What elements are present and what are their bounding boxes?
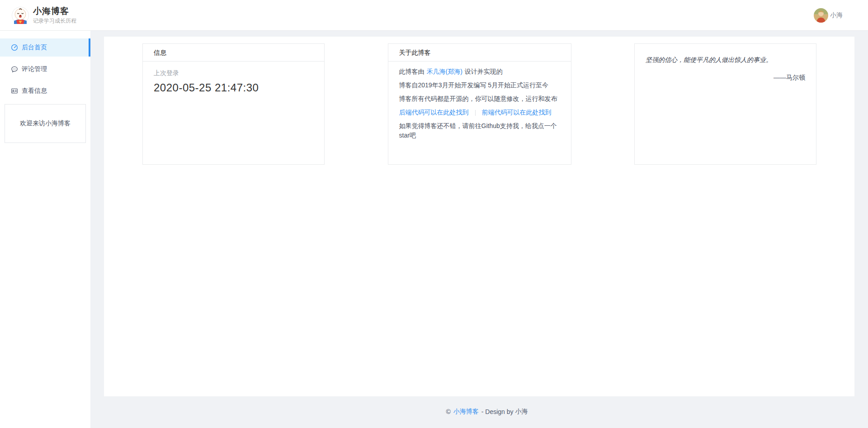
info-card-title: 信息 [143,44,324,62]
quote-author: ——马尔顿 [646,74,805,82]
app-footer: © 小海博客 - Design by 小海 [104,396,868,427]
cards-row: 信息 上次登录 2020-05-25 21:47:30 关于此博客 此博客由禾几… [142,43,816,165]
dashboard-icon [11,44,18,51]
sidebar-item-label: 查看信息 [22,87,47,95]
vertical-divider [475,110,476,116]
copyright-symbol: © [446,408,450,415]
user-name[interactable]: 小海 [830,11,843,19]
footer-site-link[interactable]: 小海博客 [453,408,479,416]
sidebar: 后台首页 评论管理 [0,31,90,428]
footer-middle-text: - Design by [481,408,514,415]
site-logo-icon [12,7,29,24]
sidebar-item-comments[interactable]: 评论管理 [0,60,90,78]
site-subtitle: 记录学习成长历程 [33,17,76,25]
sidebar-item-label: 后台首页 [22,43,47,52]
about-line-3: 博客所有代码都是开源的，你可以随意修改，运行和发布 [399,94,560,104]
about-line-5: 如果觉得博客还不错，请前往Github支持我，给我点一个star吧 [399,121,560,140]
quote-card: 坚强的信心，能使平凡的人做出惊人的事业。 ——马尔顿 [634,43,816,165]
sidebar-menu: 后台首页 评论管理 [0,38,90,100]
about-line-2: 博客自2019年3月开始开发编写 5月开始正式运行至今 [399,81,560,90]
user-menu[interactable]: 小海 [814,8,843,23]
about-line1-post: 设计并实现的 [465,68,503,75]
about-card-body: 此博客由禾几海(郑海)设计并实现的 博客自2019年3月开始开发编写 5月开始正… [388,62,571,152]
about-line-4: 后端代码可以在此处找到前端代码可以在此处找到 [399,108,560,117]
frontend-code-link[interactable]: 前端代码可以在此处找到 [482,109,552,116]
last-login-label: 上次登录 [154,69,313,77]
sidebar-item-view-info[interactable]: 查看信息 [0,82,90,100]
main-panel: 信息 上次登录 2020-05-25 21:47:30 关于此博客 此博客由禾几… [104,37,854,396]
quote-card-body: 坚强的信心，能使平凡的人做出惊人的事业。 ——马尔顿 [635,44,816,93]
quote-text: 坚强的信心，能使平凡的人做出惊人的事业。 [646,55,805,64]
author-link[interactable]: 禾几海(郑海) [427,68,462,75]
footer-author: 小海 [515,408,528,416]
last-login-time: 2020-05-25 21:47:30 [154,81,313,94]
welcome-box: 欢迎来访小海博客 [5,104,86,143]
user-avatar[interactable] [814,8,828,23]
app-header: 小海博客 记录学习成长历程 小海 [0,0,868,31]
idcard-icon [11,87,18,95]
about-line1-pre: 此博客由 [399,68,425,75]
sidebar-item-dashboard[interactable]: 后台首页 [0,38,90,57]
about-card-title: 关于此博客 [388,44,571,62]
brand: 小海博客 记录学习成长历程 [12,6,76,25]
brand-text: 小海博客 记录学习成长历程 [33,6,76,25]
sidebar-item-label: 评论管理 [22,65,47,73]
backend-code-link[interactable]: 后端代码可以在此处找到 [399,109,469,116]
site-title: 小海博客 [33,6,76,16]
info-card: 信息 上次登录 2020-05-25 21:47:30 [142,43,325,165]
welcome-text: 欢迎来访小海博客 [20,119,71,128]
info-card-body: 上次登录 2020-05-25 21:47:30 [143,62,324,101]
about-line-1: 此博客由禾几海(郑海)设计并实现的 [399,67,560,76]
message-icon [11,66,18,73]
about-card: 关于此博客 此博客由禾几海(郑海)设计并实现的 博客自2019年3月开始开发编写… [388,43,571,165]
